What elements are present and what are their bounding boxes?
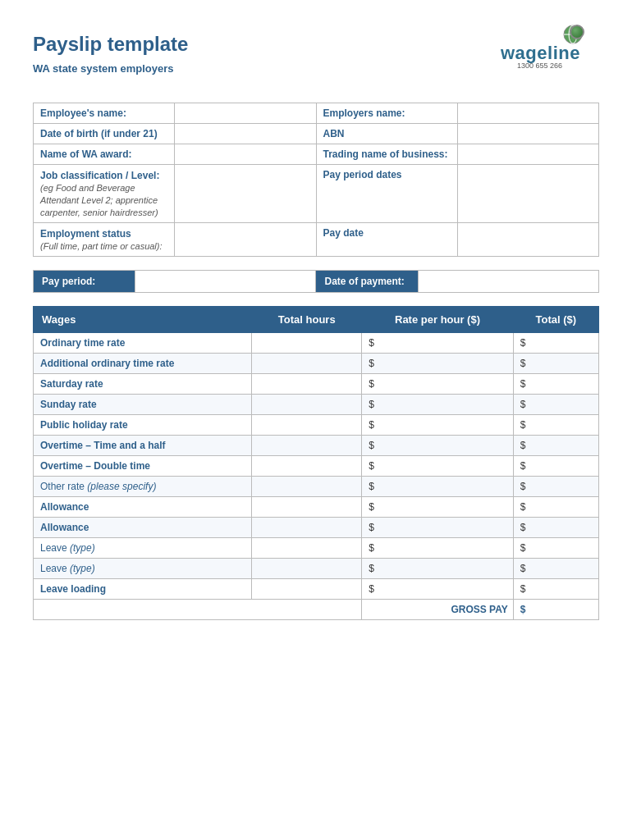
job-class-note: (eg Food and Beverage Attendant Level 2;… [40, 183, 158, 217]
svg-text:wageline: wageline [501, 43, 580, 63]
saturday-rate-label: Saturday rate [34, 374, 252, 395]
table-row: Overtime – Double time $ $ [34, 456, 599, 477]
table-row: Saturday rate $ $ [34, 374, 599, 395]
overtime-time-half-label: Overtime – Time and a half [34, 436, 252, 456]
table-row: Ordinary time rate $ $ [34, 333, 599, 354]
pay-date-label: Pay date [316, 223, 457, 257]
additional-ordinary-hours [252, 354, 362, 374]
sunday-rate-label: Sunday rate [34, 395, 252, 415]
table-row: Allowance $ $ [34, 497, 599, 518]
saturday-rate-rate: $ [362, 374, 514, 395]
subtitle: WA state system employers [33, 62, 188, 75]
public-holiday-label: Public holiday rate [34, 415, 252, 436]
other-rate-total: $ [513, 477, 598, 497]
ordinary-time-total: $ [513, 333, 598, 354]
leave-loading-hours [252, 579, 362, 600]
employers-name-value [457, 103, 598, 124]
trading-name-value [457, 144, 598, 165]
other-rate-hours [252, 477, 362, 497]
other-rate-label: Other rate (please specify) [34, 477, 252, 497]
table-row: Public holiday rate $ $ [34, 415, 599, 436]
pay-period-bar: Pay period: Date of payment: [33, 270, 599, 293]
table-row: Job classification / Level: (eg Food and… [34, 165, 599, 223]
table-row: Other rate (please specify) $ $ [34, 477, 599, 497]
leave-loading-label: Leave loading [34, 579, 252, 600]
public-holiday-hours [252, 415, 362, 436]
leave-2-label: Leave (type) [34, 559, 252, 579]
ordinary-time-rate: $ [362, 333, 514, 354]
date-payment-value [418, 271, 599, 293]
rate-per-hour-col-header: Rate per hour ($) [362, 307, 514, 333]
overtime-double-hours [252, 456, 362, 477]
globe-icon [570, 25, 584, 39]
table-row: Sunday rate $ $ [34, 395, 599, 415]
leave-1-total: $ [513, 538, 598, 559]
additional-ordinary-rate: $ [362, 354, 514, 374]
award-value [175, 144, 316, 165]
allowance-2-rate: $ [362, 518, 514, 538]
abn-label: ABN [316, 124, 457, 144]
wages-col-header: Wages [34, 307, 252, 333]
leave-loading-total: $ [513, 579, 598, 600]
overtime-time-half-total: $ [513, 436, 598, 456]
pay-period-label: Pay period: [34, 271, 135, 293]
allowance-1-rate: $ [362, 497, 514, 518]
svg-text:1300 655 266: 1300 655 266 [517, 62, 562, 70]
pay-date-value [457, 223, 598, 257]
overtime-time-half-rate: $ [362, 436, 514, 456]
table-row: Date of birth (if under 21) ABN [34, 124, 599, 144]
allowance-2-hours [252, 518, 362, 538]
overtime-double-rate: $ [362, 456, 514, 477]
logo-wrapper: wageline 1300 655 266 [501, 25, 599, 72]
table-row: Leave (type) $ $ [34, 559, 599, 579]
trading-name-label: Trading name of business: [316, 144, 457, 165]
employee-info-table: Employee's name: Employers name: Date of… [33, 103, 599, 257]
table-row: Name of WA award: Trading name of busine… [34, 144, 599, 165]
leave-2-hours [252, 559, 362, 579]
employment-status-note: (Full time, part time or casual): [40, 241, 163, 251]
leave-2-total: $ [513, 559, 598, 579]
pay-period-dates-value [457, 165, 598, 223]
dob-label: Date of birth (if under 21) [34, 124, 175, 144]
gross-pay-value: $ [513, 600, 598, 620]
total-hours-col-header: Total hours [252, 307, 362, 333]
table-row: Pay period: Date of payment: [34, 271, 599, 293]
ordinary-time-label: Ordinary time rate [34, 333, 252, 354]
saturday-rate-total: $ [513, 374, 598, 395]
title-area: Payslip template WA state system employe… [33, 25, 188, 86]
allowance-2-label: Allowance [34, 518, 252, 538]
gross-pay-label: GROSS PAY [362, 600, 514, 620]
ordinary-time-hours [252, 333, 362, 354]
employment-status-label: Employment status [40, 228, 131, 240]
employee-name-label: Employee's name: [34, 103, 175, 124]
table-row: Additional ordinary time rate $ $ [34, 354, 599, 374]
logo-area: wageline 1300 655 266 [501, 25, 599, 72]
abn-value [457, 124, 598, 144]
public-holiday-rate: $ [362, 415, 514, 436]
table-row: Overtime – Time and a half $ $ [34, 436, 599, 456]
table-row: Employment status (Full time, part time … [34, 223, 599, 257]
public-holiday-total: $ [513, 415, 598, 436]
leave-loading-rate: $ [362, 579, 514, 600]
leave-2-rate: $ [362, 559, 514, 579]
additional-ordinary-label: Additional ordinary time rate [34, 354, 252, 374]
employment-status-cell: Employment status (Full time, part time … [34, 223, 175, 257]
employment-status-value [175, 223, 316, 257]
job-class-cell: Job classification / Level: (eg Food and… [34, 165, 175, 223]
page-title: Payslip template [33, 33, 188, 56]
sunday-rate-rate: $ [362, 395, 514, 415]
overtime-double-total: $ [513, 456, 598, 477]
employee-name-value [175, 103, 316, 124]
other-rate-rate: $ [362, 477, 514, 497]
job-class-value [175, 165, 316, 223]
leave-1-rate: $ [362, 538, 514, 559]
leave-1-label: Leave (type) [34, 538, 252, 559]
dob-value [175, 124, 316, 144]
table-row: Leave (type) $ $ [34, 538, 599, 559]
employers-name-label: Employers name: [316, 103, 457, 124]
table-row: Leave loading $ $ [34, 579, 599, 600]
table-row: Allowance $ $ [34, 518, 599, 538]
wages-header-row: Wages Total hours Rate per hour ($) Tota… [34, 307, 599, 333]
overtime-double-label: Overtime – Double time [34, 456, 252, 477]
pay-period-dates-label: Pay period dates [316, 165, 457, 223]
